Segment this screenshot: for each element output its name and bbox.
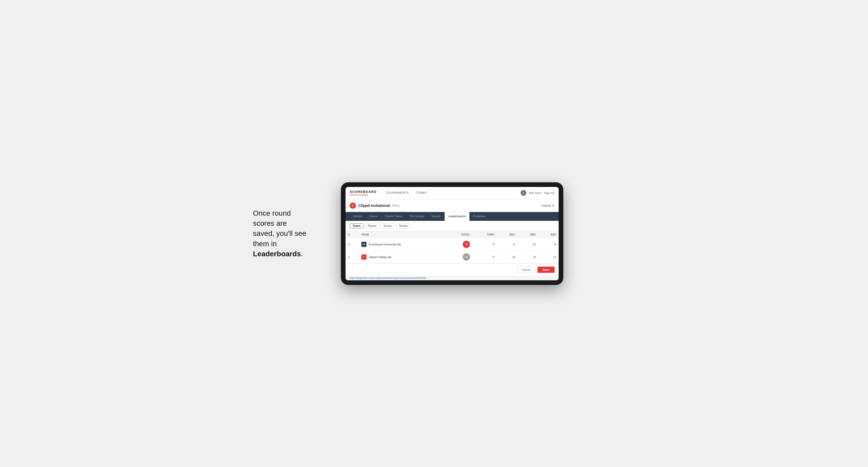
tab-printables[interactable]: Printables [469, 212, 489, 221]
nav-tournaments[interactable]: TOURNAMENTS [382, 187, 412, 199]
filter-strokes[interactable]: Strokes [396, 223, 410, 228]
nav-right: S Test User | Sign out [521, 190, 555, 196]
rank-cell: 1 [345, 238, 359, 251]
team-cell: SB Scoreboard University [A] [359, 238, 445, 251]
rank-cell: 2 [345, 251, 359, 263]
status-bar: https://stage-blue-coach.stagescoreboard… [345, 276, 559, 280]
tab-teams[interactable]: Teams [366, 212, 381, 221]
leaderboard-content: # TEAM TOTAL THRU RD1 RD2 RD3 1 SB [345, 231, 559, 263]
rd1-cell: -4 [497, 238, 518, 251]
col-thru: THRU [472, 231, 497, 238]
tournament-header: C Clippd Invitational (Men) Cancel ✕ [345, 199, 559, 212]
score-badge: -5 [463, 241, 470, 248]
logo-powered: Powered by clippd [350, 194, 377, 196]
score-badge: +3 [463, 253, 470, 261]
col-rd2: RD2 [518, 231, 538, 238]
nav-teams[interactable]: TEAMS [412, 187, 430, 199]
filter-players[interactable]: Players [365, 223, 379, 228]
url-display: https://stage-blue-coach.stagescoreboard… [350, 277, 426, 279]
tab-tee-groups[interactable]: Tee Groups [406, 212, 428, 221]
rd3-cell: +3 [538, 251, 559, 263]
team-name: Scoreboard University [A] [369, 243, 401, 246]
avatar: S [521, 190, 526, 196]
tournament-title: Clippd Invitational [359, 204, 390, 208]
col-team: TEAM [359, 231, 445, 238]
logo-area: SCOREBOARD Powered by clippd [350, 190, 377, 196]
col-rd3: RD3 [538, 231, 559, 238]
team-logo: SB [361, 242, 367, 247]
team-cell: C Clippd College [A] [359, 251, 445, 263]
close-icon: ✕ [552, 204, 555, 207]
rd3-cell: -6 [538, 238, 559, 251]
tournament-icon: C [350, 203, 356, 209]
tab-leaderboards[interactable]: Leaderboards [444, 212, 469, 221]
filter-scores[interactable]: Scores [381, 223, 395, 228]
sub-nav: Details Teams Course Setup Tee Groups Re… [345, 212, 559, 221]
rd1-cell: +8 [497, 251, 518, 263]
col-total: TOTAL [445, 231, 472, 238]
intro-line3: saved, you'll see [253, 229, 306, 238]
rd2-cell: +5 [518, 238, 538, 251]
table-row: 2 C Clippd College [A] +3 F +8 -8 +3 [345, 251, 559, 263]
team-logo: C [361, 254, 367, 260]
tab-details[interactable]: Details [350, 212, 366, 221]
logo-text: SCOREBOARD [350, 190, 377, 194]
total-cell: -5 [445, 238, 472, 251]
intro-line4: them in [253, 240, 277, 248]
leaderboard-table: # TEAM TOTAL THRU RD1 RD2 RD3 1 SB [345, 231, 559, 263]
tablet-frame: SCOREBOARD Powered by clippd TOURNAMENTS… [341, 182, 563, 285]
thru-cell: F [472, 251, 497, 263]
top-nav: SCOREBOARD Powered by clippd TOURNAMENTS… [345, 187, 559, 199]
col-rank: # [345, 231, 359, 238]
intro-period: . [301, 250, 303, 258]
save-button[interactable]: Save [537, 267, 555, 273]
team-name: Clippd College [A] [369, 255, 391, 258]
main-nav: TOURNAMENTS TEAMS [382, 187, 430, 199]
tournament-gender: (Men) [391, 204, 399, 207]
cancel-top-button[interactable]: Cancel ✕ [541, 204, 555, 207]
intro-text: Once round scores are saved, you'll see … [253, 208, 326, 259]
filter-teams[interactable]: Teams [350, 223, 363, 228]
col-rd1: RD1 [497, 231, 518, 238]
intro-line1: Once round [253, 209, 291, 217]
tab-results[interactable]: Results [428, 212, 444, 221]
sign-out-link[interactable]: Sign out [544, 191, 555, 194]
intro-line2: scores are [253, 219, 287, 227]
filter-bar: Teams Players Scores Strokes [345, 221, 559, 231]
intro-bold: Leaderboards [253, 250, 301, 258]
cancel-button[interactable]: Cancel [517, 266, 535, 273]
tablet-screen: SCOREBOARD Powered by clippd TOURNAMENTS… [345, 187, 559, 280]
total-cell: +3 [445, 251, 472, 263]
thru-cell: F [472, 238, 497, 251]
table-row: 1 SB Scoreboard University [A] -5 F -4 +… [345, 238, 559, 251]
bottom-bar: Cancel Save [345, 263, 559, 276]
user-name: Test User | [528, 191, 542, 194]
rd2-cell: -8 [518, 251, 538, 263]
tab-course-setup[interactable]: Course Setup [381, 212, 406, 221]
